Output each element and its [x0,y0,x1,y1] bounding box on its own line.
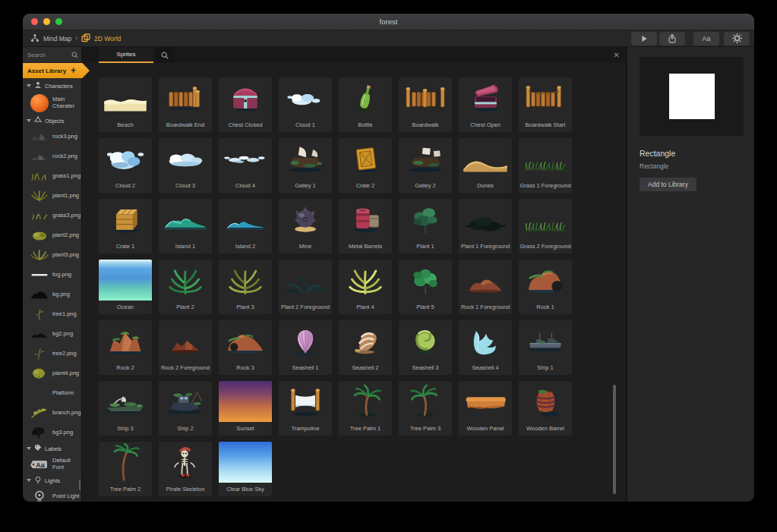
sidebar-section-objects[interactable]: Objects [23,115,81,127]
tab-sprites[interactable]: Sprites [99,47,153,63]
sidebar-item-plant2-png[interactable]: plant2.png [23,225,81,245]
sprite-tile[interactable]: Seashell 3 [399,320,452,375]
sprite-tile[interactable]: Rock 2 Foreground [159,320,212,375]
sprite-tile[interactable]: Metal Barrels [339,199,392,253]
sidebar-section-lights[interactable]: Lights [23,474,81,486]
sprite-tile[interactable]: Tree Palm 2 [99,442,152,496]
sprite-tile[interactable]: Island 1 [159,199,212,253]
panel-thumbnail [459,381,512,422]
sidebar-item-plant1-png[interactable]: plant1.png [23,186,81,206]
sprite-tile[interactable]: Rock 2 [99,320,152,375]
sidebar-item-bg-png[interactable]: bg.png [23,285,81,304]
sidebar-item-plant4-png[interactable]: plant4.png [23,364,81,383]
sidebar-item-grass3-png[interactable]: grass3.png [23,206,81,225]
sprite-tile[interactable]: Plant 2 Foreground [279,260,332,314]
font-button[interactable]: Aa [693,32,719,46]
sidebar-item-platform[interactable]: Platform [23,383,81,403]
share-button[interactable] [659,32,685,46]
sprite-tile[interactable]: Chest Closed [219,77,272,132]
disclosure-triangle-icon[interactable] [27,119,31,122]
sprite-tile[interactable]: Pirate Skeleton [159,442,212,496]
sidebar-item-point-light[interactable]: Point Light [23,486,81,502]
sprite-tile[interactable]: Boardwalk Start [519,77,572,132]
sprite-tile[interactable]: Boardwalk [399,77,452,132]
sprite-tile[interactable]: Island 2 [219,199,272,253]
breadcrumb-current[interactable]: 2D World [94,35,121,42]
sprites-search-tab[interactable] [155,47,175,63]
sprite-label: Dunes [459,179,512,193]
sprite-tile[interactable]: Tree Palm 1 [339,381,392,436]
breadcrumb-root[interactable]: Mind Map [43,35,71,42]
sidebar-item-tree2-png[interactable]: tree2.png [23,344,81,364]
sidebar-item-fog-png[interactable]: fog.png [23,265,81,285]
asset-library-header[interactable]: Asset Library + [23,63,90,78]
sidebar-item-rock2-png[interactable]: rock2.png [23,146,81,166]
add-asset-button[interactable]: + [71,66,76,75]
sprite-tile[interactable]: Crate 2 [339,138,392,193]
disclosure-triangle-icon[interactable] [27,479,31,482]
sprite-tile[interactable]: Ship 1 [519,320,572,375]
sidebar-item-branch-png[interactable]: branch.png [23,403,81,423]
sidebar-section-characters[interactable]: Characters [23,80,81,92]
grid-scrollbar[interactable] [613,385,616,494]
play-button[interactable] [631,32,657,46]
sidebar-item-tree1-png[interactable]: tree1.png [23,304,81,324]
sprite-tile[interactable]: Grass 1 Foreground [519,138,572,193]
sprite-tile[interactable]: Wooden Panel [459,381,512,436]
sprite-tile[interactable]: Plant 4 [339,260,392,314]
add-to-library-button[interactable]: Add to Library [640,178,696,191]
sprite-tile[interactable]: Ship 3 [99,381,152,436]
sprite-tile[interactable]: Seashell 1 [279,320,332,375]
darkblob-icon [29,288,50,301]
sidebar-scrollbar[interactable] [79,480,81,490]
sprite-tile[interactable]: Crate 1 [99,199,152,253]
sidebar-section-labels[interactable]: Labels [23,442,81,455]
asset-tree: CharactersMainCharaterObjectsrock3.pngro… [23,78,81,502]
sprite-tile[interactable]: Galley 1 [279,138,332,193]
sprite-tile[interactable]: Plant 1 Foreground [459,199,512,253]
sidebar-item-plant3-png[interactable]: plant3.png [23,245,81,265]
darkhill-icon [29,328,50,340]
sprite-tile[interactable]: Plant 2 [159,260,212,314]
sprite-tile[interactable]: Galley 2 [399,138,452,193]
sidebar-item-bg3-png[interactable]: bg3.png [23,423,81,442]
sprite-tile[interactable]: Plant 3 [219,260,272,314]
sprite-tile[interactable]: Wooden Barrel [519,381,572,436]
search-input[interactable] [26,51,71,59]
sprite-tile[interactable]: Boardwalk End [159,77,212,132]
sprite-tile[interactable]: Sunset [219,381,272,436]
sidebar-item-bg2-png[interactable]: bg2.png [23,324,81,344]
sprite-tile[interactable]: Cloud 1 [279,77,332,132]
sprite-tile[interactable]: Rock 1 Foreground [459,260,512,314]
sprite-tile[interactable]: Trampoline [279,381,332,436]
sprite-tile[interactable]: Plant 1 [399,199,452,253]
sprite-tile[interactable]: Tree Palm 3 [399,381,452,436]
sprite-tile[interactable]: Dunes [459,138,512,193]
disclosure-triangle-icon[interactable] [27,84,31,87]
sprite-tile[interactable]: Cloud 4 [219,138,272,193]
sprite-tile[interactable]: Rock 3 [219,320,272,375]
sprite-tile[interactable]: Mine [279,199,332,253]
sprite-tile[interactable]: Cloud 2 [99,138,152,193]
sprite-tile[interactable]: Grass 2 Foreground [519,199,572,253]
disclosure-triangle-icon[interactable] [27,447,31,450]
sprite-tile[interactable]: Beach [99,77,152,132]
sidebar-item-grass1-png[interactable]: grass1.png [23,166,81,186]
sprite-tile[interactable]: Clear Blue Sky [219,442,272,496]
sprite-label: Plant 4 [339,301,392,314]
sprite-tile[interactable]: Rock 1 [519,260,572,314]
grassfg2-thumbnail [519,199,572,240]
sidebar-item-main-charater[interactable]: MainCharater [23,92,81,115]
sprite-tile[interactable]: Ocean [99,260,152,314]
sidebar-item-rock3-png[interactable]: rock3.png [23,127,81,146]
close-panel-icon[interactable]: ✕ [614,47,620,63]
sprite-tile[interactable]: Plant 5 [399,260,452,314]
sprite-tile[interactable]: Bottle [339,77,392,132]
sprite-tile[interactable]: Chest Open [459,77,512,132]
sprite-tile[interactable]: Ship 2 [159,381,212,436]
settings-button[interactable] [724,32,750,46]
sidebar-item-default-font[interactable]: AaDefault Font [23,455,81,474]
sprite-tile[interactable]: Seashell 2 [339,320,392,375]
sprite-tile[interactable]: Cloud 3 [159,138,212,193]
sprite-tile[interactable]: Seashell 4 [459,320,512,375]
